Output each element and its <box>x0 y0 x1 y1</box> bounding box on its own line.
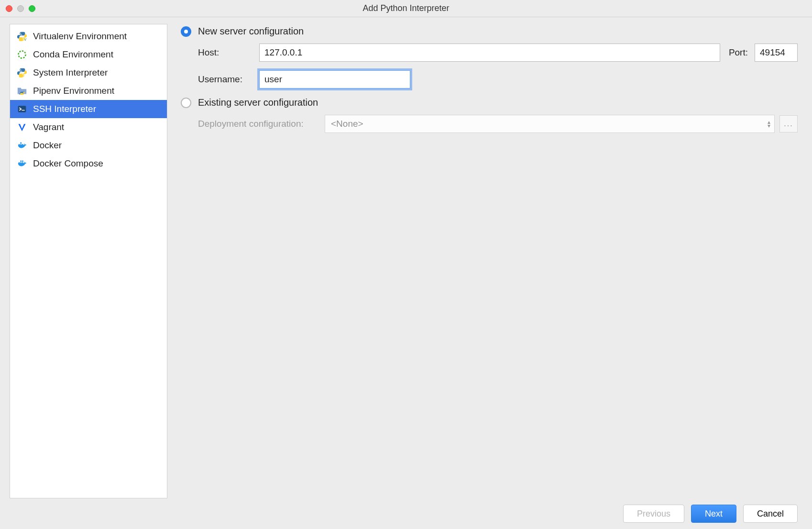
host-input[interactable] <box>259 44 720 62</box>
svg-rect-14 <box>20 161 22 162</box>
sidebar-item-docker[interactable]: Docker <box>10 136 167 154</box>
deployment-config-label: Deployment configuration: <box>198 119 325 129</box>
python-icon: v <box>17 31 27 42</box>
sidebar-item-label: System Interpreter <box>33 67 108 78</box>
deployment-config-value: <None> <box>331 119 363 129</box>
sidebar-item-label: Docker Compose <box>33 158 103 169</box>
terminal-icon <box>17 104 27 114</box>
sidebar-item-label: Pipenv Environment <box>33 86 114 96</box>
deployment-config-select: <None> ▴▾ <box>325 115 775 133</box>
interpreter-type-sidebar: v Virtualenv Environment Conda Environme… <box>10 24 167 498</box>
username-label: Username: <box>198 74 259 85</box>
radio-existing-server[interactable] <box>181 98 191 108</box>
titlebar: Add Python Interpreter <box>0 0 812 17</box>
sidebar-item-docker-compose[interactable]: Docker Compose <box>10 154 167 173</box>
traffic-lights <box>6 5 35 12</box>
svg-point-4 <box>20 69 21 70</box>
cancel-button[interactable]: Cancel <box>743 505 798 523</box>
sidebar-item-conda[interactable]: Conda Environment <box>10 45 167 64</box>
svg-rect-6 <box>18 106 26 112</box>
svg-point-3 <box>19 51 26 58</box>
close-window-button[interactable] <box>6 5 12 12</box>
window-title: Add Python Interpreter <box>6 3 806 13</box>
sidebar-item-vagrant[interactable]: Vagrant <box>10 118 167 136</box>
svg-text:v: v <box>24 37 27 42</box>
host-label: Host: <box>198 47 259 58</box>
previous-button: Previous <box>623 505 684 523</box>
browse-button: ... <box>779 115 798 132</box>
conda-icon <box>17 49 27 60</box>
sidebar-item-label: Vagrant <box>33 122 64 132</box>
sidebar-item-label: Conda Environment <box>33 49 113 60</box>
main-panel: New server configuration Host: Port: Use… <box>167 17 812 498</box>
svg-rect-15 <box>22 161 23 162</box>
vagrant-icon <box>17 122 27 132</box>
minimize-window-button <box>17 5 24 12</box>
sidebar-item-virtualenv[interactable]: v Virtualenv Environment <box>10 27 167 45</box>
docker-compose-icon <box>17 158 27 169</box>
next-button[interactable]: Next <box>691 505 736 523</box>
sidebar-item-system[interactable]: System Interpreter <box>10 64 167 82</box>
dialog-footer: Previous Next Cancel <box>0 498 812 529</box>
username-input[interactable] <box>259 70 410 88</box>
svg-point-5 <box>23 76 24 77</box>
python-icon <box>17 67 27 78</box>
radio-existing-server-label: Existing server configuration <box>198 97 318 108</box>
radio-new-server[interactable] <box>181 26 191 37</box>
svg-rect-10 <box>20 143 22 144</box>
chevron-up-down-icon: ▴▾ <box>768 120 770 128</box>
zoom-window-button[interactable] <box>29 5 35 12</box>
svg-point-1 <box>23 39 24 40</box>
sidebar-item-label: SSH Interpreter <box>33 104 96 114</box>
sidebar-item-pipenv[interactable]: Pipenv Environment <box>10 82 167 100</box>
port-label: Port: <box>729 47 748 58</box>
port-input[interactable] <box>755 44 798 62</box>
radio-new-server-label: New server configuration <box>198 26 304 37</box>
sidebar-item-label: Virtualenv Environment <box>33 31 127 42</box>
svg-point-0 <box>20 33 21 34</box>
docker-icon <box>17 140 27 151</box>
sidebar-item-ssh[interactable]: SSH Interpreter <box>10 100 167 118</box>
folder-python-icon <box>17 86 27 96</box>
sidebar-item-label: Docker <box>33 140 62 151</box>
